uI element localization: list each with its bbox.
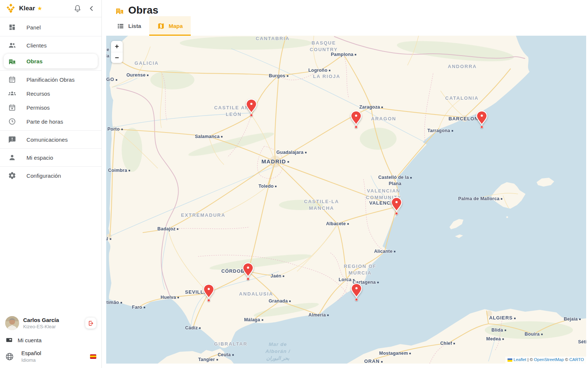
map-city-label: Granada [269,298,291,304]
zoom-out-button[interactable]: − [111,52,123,63]
marker-location-dot [207,299,210,302]
marker-location-dot [395,212,398,215]
attribution-link[interactable]: Leaflet [514,357,527,362]
my-account-link[interactable]: Mi cuenta [6,337,96,343]
attribution-separator: © [564,357,569,362]
tab-lista[interactable]: Lista [109,16,149,36]
sidebar-item-mi-espacio[interactable]: Mi espacio [0,151,101,164]
sidebar-item-permisos[interactable]: Permisos [0,100,101,114]
sidebar-item-configuracion[interactable]: Configuración [0,169,101,183]
map-city-label: ORAN [364,358,383,364]
marker-location-dot [480,125,483,128]
sidebar-divider [0,130,101,131]
marker-location-dot [247,277,250,280]
collapse-sidebar-chevron-icon[interactable] [87,4,96,13]
sidebar: Klear ★ PanelClientesObrasPlanificación … [0,0,102,368]
map-canvas[interactable]: GALICIACANTABRIABASQUECOUNTRYLA RIOJACAS… [106,36,586,364]
page-title: Obras [128,4,158,16]
ukraine-flag-icon [508,358,512,362]
map-city-label: VIGO [106,76,117,83]
globe-icon [5,352,14,361]
notifications-bell-icon[interactable] [74,4,82,13]
marker-pin-icon [202,284,215,299]
sidebar-item-label: Mi espacio [26,155,53,161]
logout-button[interactable] [85,318,96,329]
sidebar-item-planificacion-obras[interactable]: Planificación Obras [0,72,101,86]
page-header: Obras [115,4,158,16]
language-selector[interactable]: Español Idioma [5,350,96,363]
map-city-label: Faro [132,304,145,311]
map-region-label: CASTILE-LAMANCHA [304,198,339,211]
marker-location-dot [355,298,358,301]
marker-pin-icon [242,262,254,277]
sidebar-item-label: Recursos [26,91,50,97]
map-region-label: GALICIA [135,60,159,67]
attribution-separator: | © [526,357,534,362]
user-profile[interactable]: Carlos García Kizeo-ES-Klear [5,316,96,330]
marker-pin-icon [245,99,258,114]
zoom-in-button[interactable]: + [111,41,123,52]
map-city-label: Guadalajara [276,149,306,156]
map-city-label: Almería [308,312,329,318]
marker-location-dot [250,114,253,117]
sidebar-divider [0,36,101,36]
user-organization: Kizeo-ES-Klear [23,324,59,329]
map-city-label: Tarragona [427,128,453,134]
map-city-label: Portimão [106,300,122,306]
attribution-link[interactable]: OpenStreetMap [534,357,564,362]
map-city-label: Pamplona [331,52,356,58]
marker-location-dot [355,125,358,128]
map-city-label: Castelló de laPlana [378,174,412,187]
sidebar-divider [0,166,101,167]
map-city-label: Jaén [270,273,284,279]
attribution-text: Leaflet | © OpenStreetMap © CARTO [514,357,584,362]
map-city-label: Málaga [244,317,263,323]
map-zoom-control: + − [111,41,123,63]
marker-pin-icon [350,110,362,125]
sidebar-item-panel[interactable]: Panel [0,20,101,34]
tab-mapa[interactable]: Mapa [149,16,191,36]
sidebar-item-recursos[interactable]: Recursos [0,86,101,100]
sidebar-item-label: Parte de horas [26,118,63,125]
map-icon [157,22,165,30]
sidebar-divider [0,70,101,71]
sidebar-item-comunicaciones[interactable]: Comunicaciones [0,132,101,146]
sidebar-item-clientes[interactable]: Clientes [0,38,101,52]
building-icon [115,6,124,15]
sidebar-item-parte-de-horas[interactable]: Parte de horas [0,114,101,128]
map-attribution: Leaflet | © OpenStreetMap © CARTO [505,357,586,364]
map-city-label: Badajoz [157,226,178,232]
klear-logo-icon [6,4,15,13]
calendar-x-icon [8,103,17,112]
map-city-label: Albacete [326,221,349,227]
attribution-link[interactable]: CARTO [569,357,584,362]
user-name: Carlos García [23,317,59,323]
sidebar-item-label: Clientes [26,42,47,49]
app-window: Klear ★ PanelClientesObrasPlanificación … [0,0,588,368]
tab-label: Lista [128,23,141,29]
map-city-label: Palma de Mallorca [458,196,502,202]
brand-name: Klear [19,5,35,12]
map-city-label: Salamanca [195,134,222,140]
marker-pin-icon [390,197,403,212]
language-value: Español [21,350,41,356]
language-label: Idioma [21,357,41,363]
sidebar-item-obras[interactable]: Obras [4,54,98,68]
marker-pin-icon [476,110,488,125]
gear-icon [8,171,17,180]
map-overlay: GALICIACANTABRIABASQUECOUNTRYLA RIOJACAS… [106,36,586,364]
map-city-label: Ceuta [218,352,234,358]
map-city-label: Tangier [198,357,218,363]
tab-bar: ListaMapa [109,16,191,36]
map-city-label: Zaragoza [359,104,383,110]
sidebar-item-label: Configuración [26,173,61,179]
map-city-label: Toledo [258,183,276,190]
map-region-label: ANDALUSIA [239,291,273,297]
avatar [5,316,19,330]
clock-icon [8,117,17,126]
map-city-label: Porto [107,126,123,132]
building-icon [8,57,17,66]
person-icon [8,153,17,162]
marker-pin-icon [350,283,363,298]
map-city-label: Lorca [338,277,354,283]
